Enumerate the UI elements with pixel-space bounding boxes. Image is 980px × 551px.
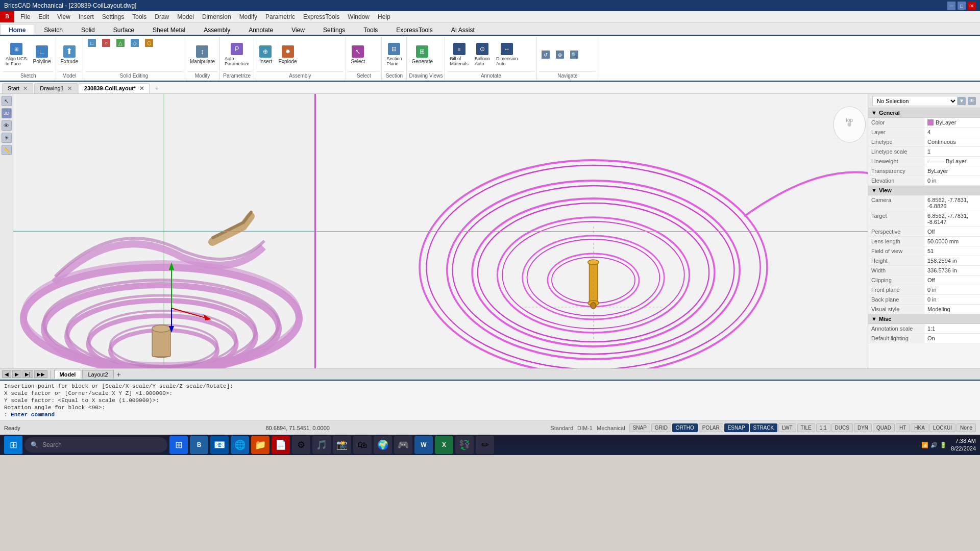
solid-btn-4[interactable]: ◇ (128, 38, 141, 48)
taskbar-app-1[interactable]: ⊞ (169, 436, 188, 454)
auto-param-button[interactable]: P AutoParametrize (222, 41, 252, 68)
menu-model[interactable]: Model (173, 12, 198, 21)
toggle-dyn[interactable]: DYN (854, 423, 872, 432)
last-tab-button[interactable]: ▶▶ (34, 370, 47, 378)
drawing1-tab-close[interactable]: ✕ (67, 85, 72, 91)
toggle-ortho[interactable]: ORTHO (672, 423, 698, 432)
layout2-tab[interactable]: Layout2 (82, 370, 113, 379)
tab-start[interactable]: Start ✕ (2, 83, 33, 93)
solid-btn-3[interactable]: △ (114, 38, 127, 48)
tab-expresstools[interactable]: ExpressTools (387, 24, 441, 35)
toggle-snap[interactable]: SNAP (629, 423, 650, 432)
start-button[interactable]: ⊞ (4, 436, 22, 454)
taskbar-app-bricscad[interactable]: B (190, 436, 208, 454)
menu-modify[interactable]: Modify (235, 12, 261, 21)
select-button[interactable]: ↖ Select (348, 44, 368, 66)
toggle-tile[interactable]: TILE (797, 423, 815, 432)
prev-tab-button[interactable]: ◀ (2, 370, 11, 378)
viewport[interactable]: top (13, 94, 868, 368)
add-layout-button[interactable]: + (115, 370, 123, 379)
polyline-button[interactable]: ∟ Polyline (31, 44, 54, 66)
taskbar-clock[interactable]: 7:38 AM 8/22/2024 (951, 437, 976, 453)
menu-insert[interactable]: Insert (75, 12, 98, 21)
new-tab-button[interactable]: + (151, 82, 163, 93)
toggle-ducs[interactable]: DUCS (831, 423, 853, 432)
taskbar-app-currency[interactable]: 💱 (455, 436, 474, 454)
start-tab-close[interactable]: ✕ (23, 85, 28, 91)
taskbar-app-game[interactable]: 🎮 (394, 436, 412, 454)
tab-settings[interactable]: Settings (314, 24, 354, 35)
prop-filter-icon[interactable]: ▼ (958, 97, 966, 105)
toggle-hka[interactable]: HKA (911, 423, 928, 432)
tab-annotate[interactable]: Annotate (240, 24, 282, 35)
nav-btn-2[interactable]: ⊕ (553, 49, 567, 60)
solid-btn-2[interactable]: ○ (100, 38, 113, 48)
bom-button[interactable]: ≡ Bill ofMaterials (447, 41, 471, 68)
taskbar-app-browser[interactable]: 🌐 (231, 436, 249, 454)
extrude-button[interactable]: ⬆ Extrude (58, 44, 81, 66)
taskbar-app-photos[interactable]: 📸 (333, 436, 351, 454)
tab-assembly[interactable]: Assembly (195, 24, 239, 35)
solid-btn-1[interactable]: □ (85, 38, 99, 48)
model-tab[interactable]: Model (54, 370, 82, 379)
tab-tools[interactable]: Tools (355, 24, 386, 35)
insert-button[interactable]: ⊕ Insert (256, 44, 275, 66)
menu-edit[interactable]: Edit (34, 12, 53, 21)
menu-dimension[interactable]: Dimension (198, 12, 235, 21)
balloon-button[interactable]: ⊙ BalloonAuto (472, 41, 493, 68)
explode-button[interactable]: ✸ Explode (276, 44, 299, 66)
tab-surface[interactable]: Surface (105, 24, 143, 35)
taskbar-app-edit2[interactable]: ✏ (476, 436, 494, 454)
minimize-button[interactable]: ─ (947, 2, 955, 10)
tab-solid[interactable]: Solid (72, 24, 104, 35)
taskbar-app-store[interactable]: 🛍 (353, 436, 372, 454)
tool-light[interactable]: ☀ (2, 133, 12, 143)
tool-measure[interactable]: 📏 (2, 145, 12, 155)
toggle-lockui[interactable]: LOCKUI (929, 423, 955, 432)
menu-settings[interactable]: Settings (98, 12, 128, 21)
tab-sheet-metal[interactable]: Sheet Metal (144, 24, 194, 35)
taskbar-app-email[interactable]: 📧 (210, 436, 229, 454)
toggle-ht[interactable]: HT (896, 423, 910, 432)
taskbar-app-word[interactable]: W (414, 436, 433, 454)
toggle-quad[interactable]: QUAD (873, 423, 895, 432)
menu-parametric[interactable]: Parametric (261, 12, 299, 21)
tab-sketch[interactable]: Sketch (35, 24, 71, 35)
toggle-none[interactable]: None (957, 423, 976, 432)
tool-select[interactable]: ↖ (2, 96, 12, 106)
tool-model[interactable]: 3D (2, 108, 12, 118)
misc-section-header[interactable]: ▼ Misc (868, 314, 980, 324)
taskbar-app-settings[interactable]: ⚙ (292, 436, 310, 454)
taskbar-app-music[interactable]: 🎵 (312, 436, 331, 454)
taskbar-app-acrobat[interactable]: 📄 (272, 436, 290, 454)
tab-coillayout[interactable]: 230839-CoilLayout* ✕ (79, 83, 150, 93)
maximize-button[interactable]: □ (958, 2, 966, 10)
nav-btn-1[interactable]: ↺ (539, 49, 552, 60)
tool-view[interactable]: 👁 (2, 120, 12, 131)
tab-home[interactable]: Home (0, 24, 34, 35)
toggle-strack[interactable]: STRACK (750, 423, 778, 432)
taskbar-app-chrome[interactable]: 🌍 (374, 436, 392, 454)
menu-view[interactable]: View (53, 12, 75, 21)
toggle-esnap[interactable]: ESNAP (724, 423, 749, 432)
toggle-polar[interactable]: POLAR (699, 423, 723, 432)
menu-window[interactable]: Window (344, 12, 374, 21)
toggle-scale[interactable]: 1:1 (816, 423, 830, 432)
menu-expresstools[interactable]: ExpressTools (299, 12, 344, 21)
no-selection-dropdown[interactable]: No Selection (872, 96, 958, 106)
taskbar-app-excel[interactable]: X (435, 436, 453, 454)
taskbar-app-files[interactable]: 📁 (251, 436, 270, 454)
close-button[interactable]: ✕ (968, 2, 976, 10)
next-tab-button[interactable]: ▶ (12, 370, 21, 378)
tab-ai-assist[interactable]: AI Assist (443, 24, 483, 35)
toggle-grid[interactable]: GRID (651, 423, 671, 432)
coillayout-tab-close[interactable]: ✕ (139, 85, 144, 91)
generate-button[interactable]: ⊞ Generate (409, 44, 435, 66)
tab-view[interactable]: View (283, 24, 313, 35)
tab-drawing1[interactable]: Drawing1 ✕ (34, 83, 78, 93)
dimension-button[interactable]: ↔ DimensionAuto (494, 41, 521, 68)
menu-draw[interactable]: Draw (151, 12, 173, 21)
taskbar-search[interactable]: 🔍 Search (24, 437, 167, 453)
play-tab-button[interactable]: ▶| (22, 370, 33, 378)
menu-help[interactable]: Help (374, 12, 395, 21)
